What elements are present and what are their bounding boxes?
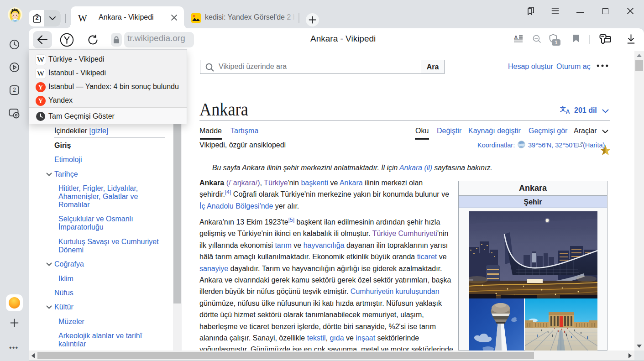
svg-text:A: A xyxy=(514,35,518,40)
svg-text:A: A xyxy=(566,109,570,114)
svg-text:文: 文 xyxy=(560,105,566,112)
